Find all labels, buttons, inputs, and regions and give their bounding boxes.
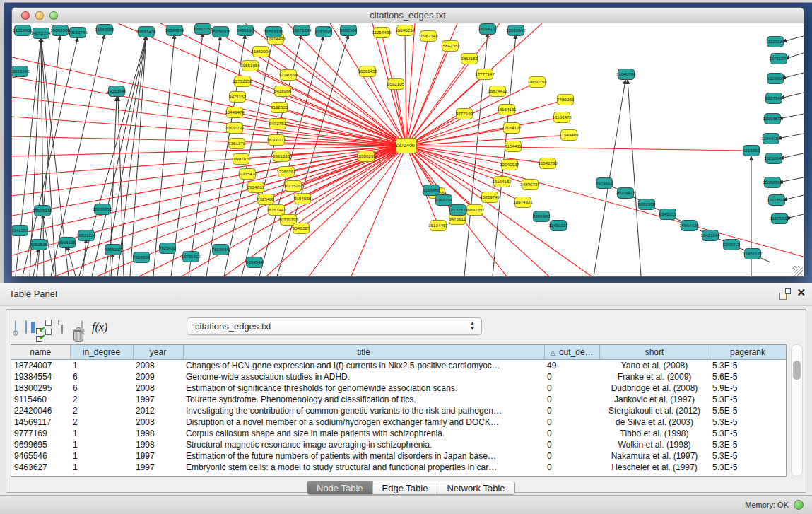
graph-edge[interactable] xyxy=(628,80,641,276)
graph-node[interactable]: 17016504 xyxy=(767,195,787,206)
graph-node-selected[interactable]: 16164162 xyxy=(492,177,512,187)
graph-node[interactable]: 8341383 xyxy=(12,226,29,236)
graph-node-selected[interactable]: 10974921 xyxy=(513,197,533,208)
graph-node[interactable]: 7625430 xyxy=(159,243,177,254)
graph-node[interactable]: 9366754 xyxy=(435,195,453,206)
graph-node[interactable]: 12444154 xyxy=(761,134,781,144)
column-header-out_de[interactable]: △ out_de… xyxy=(544,345,599,359)
column-header-pagerank[interactable]: pagerank xyxy=(710,345,786,359)
graph-selected-edge[interactable] xyxy=(406,146,745,151)
graph-selected-edge[interactable] xyxy=(242,81,406,146)
graph-node-selected[interactable]: 14895734 xyxy=(520,180,540,190)
graph-node-selected[interactable]: 10235263 xyxy=(283,181,303,192)
graph-node[interactable]: 9050535 xyxy=(30,240,48,250)
graph-node-selected[interactable]: 11254430 xyxy=(372,28,392,38)
graph-node[interactable]: 16079413 xyxy=(616,188,635,199)
graph-node[interactable]: 9154544 xyxy=(246,257,264,268)
graph-selected-edge[interactable] xyxy=(12,146,406,235)
graph-node[interactable]: 20153746 xyxy=(68,28,88,38)
graph-node[interactable]: 16210643 xyxy=(764,153,784,164)
table-row[interactable]: 946554611997Estimation of the future num… xyxy=(11,450,786,462)
graph-node[interactable]: 9245013 xyxy=(659,209,677,220)
graph-node-selected[interactable]: 9192635 xyxy=(271,103,288,113)
graph-node[interactable]: 12450127 xyxy=(548,221,568,231)
graph-node-selected[interactable]: 9194558 xyxy=(294,194,312,204)
graph-edge[interactable] xyxy=(67,246,76,276)
graph-node-selected[interactable]: 12215410 xyxy=(237,169,257,180)
graph-node-selected[interactable]: 12752152 xyxy=(233,76,252,87)
table-scrollbar[interactable] xyxy=(791,344,803,477)
graph-node[interactable]: 8679912 xyxy=(596,178,613,189)
graph-edge[interactable] xyxy=(779,114,804,119)
graph-node[interactable]: 11675333 xyxy=(770,214,789,224)
window-resize-grip[interactable] xyxy=(793,266,803,276)
graph-node-selected[interactable]: 16892357 xyxy=(465,205,485,216)
graph-edge[interactable] xyxy=(780,153,804,158)
graph-node-selected[interactable]: 12164127 xyxy=(502,123,522,134)
graph-node-selected[interactable]: 9592105 xyxy=(387,79,405,90)
graph-node[interactable]: 11123104 xyxy=(766,37,785,47)
graph-node[interactable]: 9286980 xyxy=(533,211,551,222)
graph-node-selected[interactable]: 7625482 xyxy=(257,194,275,205)
graph-node-selected[interactable]: 10961343 xyxy=(418,31,438,42)
graph-node-selected[interactable]: 7485083 xyxy=(557,95,575,105)
table-row[interactable]: 2242004622012Investigating the contribut… xyxy=(11,405,786,416)
graph-node[interactable]: 9245012 xyxy=(723,240,741,250)
graph-node-selected[interactable]: 18300295 xyxy=(356,151,376,162)
graph-selected-edge[interactable] xyxy=(406,146,592,276)
graph-node-selected[interactable]: 11549469 xyxy=(559,130,579,141)
graph-node-selected[interactable]: 12240098 xyxy=(278,70,298,81)
graph-node[interactable]: 24055724 xyxy=(31,28,51,39)
graph-node[interactable]: 16796412 xyxy=(181,252,201,262)
show-column-button[interactable] xyxy=(25,321,27,334)
graph-node-selected[interactable]: 16106478 xyxy=(552,112,572,123)
graph-node[interactable]: 12093872 xyxy=(763,114,782,124)
graph-node-selected[interactable]: 16361455 xyxy=(358,66,377,77)
graph-node[interactable]: 10719135 xyxy=(264,27,283,37)
row-tools-button[interactable] xyxy=(45,320,52,335)
table-scrollbar-thumb[interactable] xyxy=(793,361,801,380)
graph-node[interactable]: 9592104 xyxy=(340,25,358,36)
graph-edge[interactable] xyxy=(779,177,804,182)
delete-table-button[interactable]: ✕ xyxy=(81,321,83,334)
graph-node[interactable]: 6466160 xyxy=(237,25,254,36)
graph-node[interactable]: 12132516 xyxy=(448,205,468,216)
graph-node-selected[interactable]: 8438966 xyxy=(274,86,292,97)
graph-node[interactable]: 15276007 xyxy=(211,27,230,37)
zoom-window-icon[interactable] xyxy=(49,11,58,20)
graph-node-selected[interactable]: 18164161 xyxy=(497,105,517,115)
graph-selected-edge[interactable] xyxy=(302,146,406,199)
table-row[interactable]: 1830029562008Estimation of significance … xyxy=(11,382,786,394)
graph-node[interactable]: 9227342 xyxy=(765,93,783,104)
graph-edge[interactable] xyxy=(111,253,113,276)
graph-node[interactable]: 8215953 xyxy=(743,146,760,156)
close-window-icon[interactable] xyxy=(21,11,30,20)
tab-network-table[interactable]: Network Table xyxy=(437,481,514,494)
graph-edge[interactable] xyxy=(780,93,804,98)
column-header-name[interactable]: name xyxy=(11,345,70,359)
graph-node-selected[interactable]: 16640234 xyxy=(395,25,415,36)
graph-node-selected[interactable]: 18724007 xyxy=(395,139,417,153)
table-row[interactable]: 911546021997Tourette syndrome. Phenomeno… xyxy=(11,394,786,405)
graph-node-selected[interactable]: 9777169 xyxy=(456,109,473,119)
graph-node[interactable]: 7619644 xyxy=(212,245,230,255)
column-header-title[interactable]: title xyxy=(183,345,544,359)
graph-selected-edge[interactable] xyxy=(12,146,406,272)
graph-edge[interactable] xyxy=(153,35,175,276)
graph-node-selected[interactable]: 15842353 xyxy=(440,41,460,52)
graph-node[interactable]: 29053346 xyxy=(107,86,126,97)
graph-edge[interactable] xyxy=(171,33,203,276)
table-row[interactable]: 969969511998Structural magnetic resonanc… xyxy=(11,439,786,450)
graph-node-selected[interactable]: 14850793 xyxy=(527,77,547,88)
table-row[interactable]: 1456911722003Disruption of a novel membe… xyxy=(11,416,786,428)
table-row[interactable]: 1872400712008Changes of HCN gene express… xyxy=(11,359,786,371)
column-header-short[interactable]: short xyxy=(599,345,710,359)
table-selector-dropdown[interactable]: citations_edges.txt ▲▼ xyxy=(187,317,482,335)
graph-node[interactable]: 8153045 xyxy=(315,27,333,37)
graph-node[interactable]: 16063304 xyxy=(50,25,70,36)
graph-node-selected[interactable]: 10997870 xyxy=(231,154,251,165)
graph-edge[interactable] xyxy=(117,36,146,276)
graph-node-selected[interactable]: 16874412 xyxy=(488,86,507,97)
table-row[interactable]: 1938455462009Genome-wide association stu… xyxy=(11,371,786,382)
graph-node[interactable]: 21358901 xyxy=(13,25,33,36)
